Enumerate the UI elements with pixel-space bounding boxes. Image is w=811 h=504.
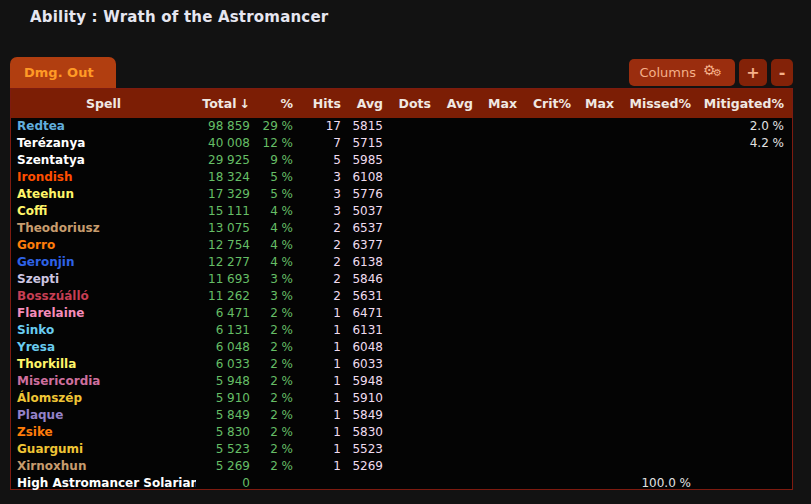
player-name-link[interactable]: Flarelaine: [11, 305, 196, 322]
max-cell: [481, 220, 525, 237]
header-spell[interactable]: Spell: [11, 89, 196, 118]
player-name-link[interactable]: Szentatya: [11, 152, 196, 169]
max-cell: [481, 424, 525, 441]
header-dots[interactable]: Dots: [391, 89, 439, 118]
hits-cell: 2: [301, 237, 349, 254]
crit-percent-cell: [525, 203, 579, 220]
crit-max-cell: [579, 118, 622, 135]
player-name-link[interactable]: Gorro: [11, 237, 196, 254]
avg-cell: 5523: [349, 441, 391, 458]
dots-cell: [391, 322, 439, 339]
missed-percent-cell: [622, 288, 699, 305]
missed-percent-cell: [622, 271, 699, 288]
mitigated-percent-cell: [699, 305, 792, 322]
percent-cell: 2 %: [258, 322, 301, 339]
dots-avg-cell: [439, 373, 481, 390]
percent-cell: 2 %: [258, 356, 301, 373]
player-name-link[interactable]: Sinko: [11, 322, 196, 339]
dots-cell: [391, 203, 439, 220]
avg-cell: 5776: [349, 186, 391, 203]
mitigated-percent-cell: [699, 322, 792, 339]
mitigated-percent-cell: [699, 441, 792, 458]
table-row: Szepti 11 693 3 % 2 5846: [11, 271, 792, 288]
hits-cell: 1: [301, 322, 349, 339]
player-name-link[interactable]: Redtea: [11, 118, 196, 135]
player-name-link[interactable]: Ateehun: [11, 186, 196, 203]
player-name-link[interactable]: Misericordia: [11, 373, 196, 390]
crit-percent-cell: [525, 254, 579, 271]
avg-cell: 5269: [349, 458, 391, 475]
mitigated-percent-cell: [699, 475, 792, 492]
table-row: Zsike 5 830 2 % 1 5830: [11, 424, 792, 441]
header-missed-percent[interactable]: Missed%: [622, 89, 699, 118]
header-mitigated-percent[interactable]: Mitigated%: [699, 89, 792, 118]
header-hits[interactable]: Hits: [301, 89, 349, 118]
crit-percent-cell: [525, 135, 579, 152]
hits-cell: 3: [301, 203, 349, 220]
crit-percent-cell: [525, 237, 579, 254]
player-name-link[interactable]: Terézanya: [11, 135, 196, 152]
header-percent[interactable]: %: [258, 89, 301, 118]
total-cell: 29 925: [196, 152, 258, 169]
percent-cell: 5 %: [258, 169, 301, 186]
dots-cell: [391, 305, 439, 322]
dots-avg-cell: [439, 339, 481, 356]
player-name-link[interactable]: Bosszúálló: [11, 288, 196, 305]
mitigated-percent-cell: [699, 458, 792, 475]
total-cell: 12 754: [196, 237, 258, 254]
mitigated-percent-cell: 4.2 %: [699, 135, 792, 152]
crit-max-cell: [579, 220, 622, 237]
crit-max-cell: [579, 356, 622, 373]
percent-cell: 3 %: [258, 271, 301, 288]
dots-cell: [391, 424, 439, 441]
tab-dmg-out[interactable]: Dmg. Out: [10, 57, 116, 88]
player-name-link[interactable]: Thorkilla: [11, 356, 196, 373]
header-crit-percent[interactable]: Crit%: [525, 89, 579, 118]
crit-max-cell: [579, 288, 622, 305]
avg-cell: 5985: [349, 152, 391, 169]
total-cell: 5 849: [196, 407, 258, 424]
player-name-link[interactable]: Yresa: [11, 339, 196, 356]
add-column-button[interactable]: +: [739, 59, 767, 86]
hits-cell: 1: [301, 356, 349, 373]
dots-avg-cell: [439, 322, 481, 339]
hits-cell: 1: [301, 373, 349, 390]
avg-cell: 6131: [349, 322, 391, 339]
total-cell: 40 008: [196, 135, 258, 152]
header-total[interactable]: Total↓: [196, 89, 258, 118]
mitigated-percent-cell: [699, 254, 792, 271]
dots-avg-cell: [439, 254, 481, 271]
player-name-link[interactable]: Geronjin: [11, 254, 196, 271]
columns-button[interactable]: Columns ⚙ ⚙: [629, 59, 735, 86]
player-name-link[interactable]: Zsike: [11, 424, 196, 441]
header-max[interactable]: Max: [481, 89, 525, 118]
player-name-link[interactable]: Plaque: [11, 407, 196, 424]
table-row: Geronjin 12 277 4 % 2 6138: [11, 254, 792, 271]
player-name-link[interactable]: Guargumi: [11, 441, 196, 458]
player-name-link[interactable]: Irondish: [11, 169, 196, 186]
dots-cell: [391, 407, 439, 424]
avg-cell: 5948: [349, 373, 391, 390]
crit-max-cell: [579, 424, 622, 441]
crit-percent-cell: [525, 390, 579, 407]
avg-cell: 6537: [349, 220, 391, 237]
player-name-link[interactable]: High Astromancer Solarian: [11, 475, 196, 492]
header-dots-avg[interactable]: Avg: [439, 89, 481, 118]
table-row: Thorkilla 6 033 2 % 1 6033: [11, 356, 792, 373]
avg-cell: 5631: [349, 288, 391, 305]
dots-cell: [391, 458, 439, 475]
player-name-link[interactable]: Szepti: [11, 271, 196, 288]
table-row: Guargumi 5 523 2 % 1 5523: [11, 441, 792, 458]
dots-avg-cell: [439, 305, 481, 322]
header-avg[interactable]: Avg: [349, 89, 391, 118]
table-row: Gorro 12 754 4 % 2 6377: [11, 237, 792, 254]
player-name-link[interactable]: Coffi: [11, 203, 196, 220]
crit-max-cell: [579, 135, 622, 152]
player-name-link[interactable]: Theodoriusz: [11, 220, 196, 237]
player-name-link[interactable]: Xirnoxhun: [11, 458, 196, 475]
table-header-row: Spell Total↓ % Hits Avg Dots Avg Max Cri…: [11, 89, 792, 118]
player-name-link[interactable]: Álomszép: [11, 390, 196, 407]
header-crit-max[interactable]: Max: [579, 89, 622, 118]
page-title: Ability : Wrath of the Astromancer: [30, 8, 328, 26]
remove-column-button[interactable]: -: [771, 59, 793, 86]
